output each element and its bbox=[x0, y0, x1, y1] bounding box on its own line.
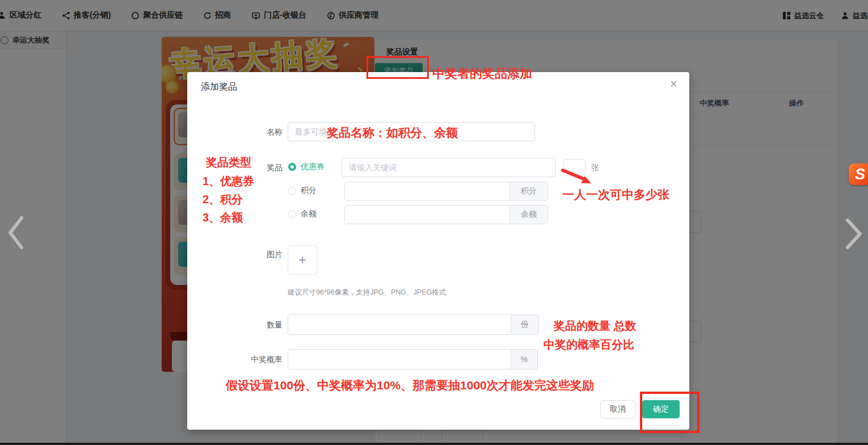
radio-points[interactable]: 积分 bbox=[288, 186, 317, 196]
close-icon[interactable]: × bbox=[670, 78, 677, 90]
name-label: 名称 bbox=[243, 127, 283, 137]
image-upload-box[interactable]: + bbox=[288, 245, 317, 275]
add-prize-dialog: 添加奖品 × 名称 奖品 优惠券 张 积分 积分 余额 余额 图片 + 建议尺寸… bbox=[187, 72, 689, 430]
annotation-footer-note: 假设设置100份、中奖概率为10%、那需要抽1000次才能发完这些奖励 bbox=[226, 377, 594, 393]
name-input[interactable] bbox=[288, 122, 535, 141]
chevron-left-icon bbox=[6, 215, 25, 251]
balance-suffix: 余额 bbox=[509, 205, 547, 224]
quantity-input-group: 份 bbox=[288, 314, 539, 335]
chevron-right-icon bbox=[844, 218, 863, 250]
radio-coupon-label: 优惠券 bbox=[301, 162, 325, 172]
annotation-type-1: 1、优惠券 bbox=[203, 174, 254, 189]
logo-letter: S bbox=[855, 166, 865, 183]
probability-label: 中奖概率 bbox=[243, 355, 283, 365]
annotation-prob-note: 中奖的概率百分比 bbox=[543, 337, 634, 352]
annotation-qty-note: 奖品的数量 总数 bbox=[554, 318, 637, 334]
radio-selected-icon bbox=[288, 163, 296, 171]
quantity-input[interactable] bbox=[288, 315, 511, 334]
quantity-label: 数量 bbox=[243, 320, 283, 330]
screenshot-tool-logo[interactable]: S bbox=[849, 163, 868, 185]
carousel-right-arrow[interactable] bbox=[844, 218, 863, 252]
carousel-left-arrow[interactable] bbox=[6, 215, 25, 253]
probability-input[interactable] bbox=[288, 350, 511, 369]
prize-label: 奖品 bbox=[243, 163, 283, 173]
radio-unselected-icon bbox=[288, 210, 296, 218]
cancel-button[interactable]: 取消 bbox=[600, 400, 635, 418]
radio-unselected-icon bbox=[288, 187, 296, 195]
coupon-keyword-input[interactable] bbox=[342, 158, 556, 177]
coupon-count-input[interactable] bbox=[563, 159, 585, 176]
radio-points-label: 积分 bbox=[301, 186, 317, 196]
radio-balance-label: 余额 bbox=[301, 209, 317, 219]
dialog-title: 添加奖品 bbox=[201, 81, 237, 93]
points-input-group: 积分 bbox=[344, 182, 548, 201]
radio-balance[interactable]: 余额 bbox=[288, 209, 317, 219]
balance-input-group: 余额 bbox=[344, 205, 548, 224]
radio-coupon[interactable]: 优惠券 bbox=[288, 162, 325, 172]
annotation-unit-note: 一人一次可中多少张 bbox=[562, 187, 669, 203]
points-input[interactable] bbox=[345, 182, 509, 200]
quantity-suffix: 份 bbox=[511, 315, 538, 334]
image-label: 图片 bbox=[243, 250, 283, 260]
coupon-unit-label: 张 bbox=[591, 163, 599, 173]
annotation-type-3: 3、余额 bbox=[203, 210, 243, 225]
image-hint: 建议尺寸96*96像素，支持JPG、PNG、JPEG格式 bbox=[288, 288, 446, 297]
points-suffix: 积分 bbox=[509, 182, 547, 200]
balance-input[interactable] bbox=[345, 205, 509, 224]
annotation-type-2: 2、积分 bbox=[203, 192, 243, 207]
plus-icon: + bbox=[298, 252, 306, 268]
probability-input-group: % bbox=[288, 349, 538, 370]
confirm-button[interactable]: 确定 bbox=[642, 400, 680, 418]
probability-suffix: % bbox=[511, 350, 537, 369]
